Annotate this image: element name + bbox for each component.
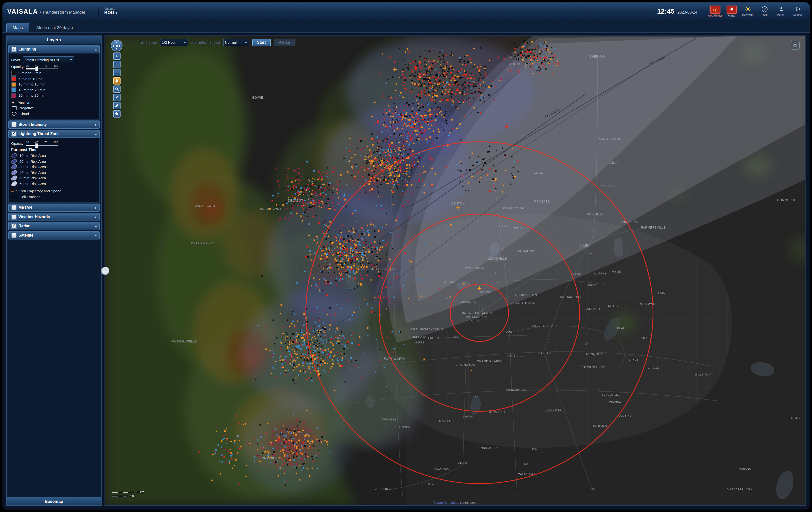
legend-swatch (11, 93, 16, 98)
pause-button[interactable]: Pause (274, 39, 295, 46)
storm-intensity-checkbox[interactable] (11, 122, 17, 127)
svg-text:SOUTHLAKE: SOUTHLAKE (439, 280, 456, 283)
legend-swatch (11, 82, 16, 87)
magnifier-plus-icon (114, 112, 119, 116)
extent-icon (114, 63, 119, 66)
svg-text:BURLESON: BURLESON (395, 426, 410, 429)
threat-zone-section-header[interactable]: ✓ Lightning Threat Zone ▴ (8, 130, 100, 138)
lightning-section-header[interactable]: ✓ Lightning ▴ (8, 45, 100, 54)
sidebar-collapse-handle[interactable]: ‹ (101, 267, 109, 275)
svg-text:WILLS POINT: WILLS POINT (695, 373, 713, 376)
weather-hazards-checkbox[interactable] (11, 214, 17, 219)
zoom-in-button[interactable]: + (113, 53, 120, 60)
sidebar-spacer (7, 239, 101, 497)
svg-text:MELISSA: MELISSA (601, 184, 615, 187)
svg-text:GRAPEVINE: GRAPEVINE (460, 300, 476, 303)
svg-text:CARROLLTON: CARROLLTON (515, 293, 537, 297)
risk-blob-icon (11, 158, 17, 164)
risk-area-legend: 10min Risk Area 20min Risk Area 30min Ri… (11, 153, 97, 186)
attribution-link[interactable]: © OpenStreetMap (434, 501, 459, 504)
svg-text:NORTH RICHLAND HILLS: NORTH RICHLAND HILLS (410, 328, 443, 331)
pan-control[interactable]: ▲ ▼ ◀ ▶ (111, 40, 122, 52)
web-relays-button[interactable]: Web Relays (708, 6, 722, 17)
svg-text:I-20: I-20 (473, 396, 478, 399)
svg-text:MINERAL WELLS: MINERAL WELLS (171, 340, 197, 343)
scale-bar-mi (112, 495, 128, 497)
storm-intensity-section-header[interactable]: Storm Intensity ▸ (8, 120, 100, 129)
metar-section-header[interactable]: METAR ▸ (8, 204, 100, 212)
pan-right-icon: ▶ (119, 44, 121, 47)
threat-zone-checkbox[interactable]: ✓ (11, 131, 17, 137)
lightning-checkbox[interactable]: ✓ (11, 47, 17, 52)
full-extent-button[interactable] (113, 61, 120, 68)
time-span-select[interactable]: 1/2 Hour▼ (160, 39, 188, 46)
chevron-down-icon: ▼ (115, 11, 118, 14)
site-selector[interactable]: Vaisala BOU▼ (98, 7, 118, 15)
metar-checkbox[interactable] (11, 205, 17, 210)
trajectory-line-icon (11, 190, 17, 192)
slider-handle[interactable] (35, 66, 38, 71)
pan-tool-button[interactable] (113, 77, 120, 85)
tab-alerts[interactable]: Alerts (last 30 days) (31, 23, 79, 32)
collapse-icon: ▴ (95, 48, 97, 51)
animation-speed-select[interactable]: Normal▼ (223, 39, 249, 46)
map-canvas[interactable]: WHITESBOROSHERMANVAN ALSTYNEANNACELINAME… (105, 36, 805, 505)
zoom-box-button[interactable] (113, 86, 120, 93)
forecast-time-title: Forecast Time (11, 148, 97, 152)
svg-text:JACKSBORO: JACKSBORO (195, 204, 215, 208)
weather-hazards-section-header[interactable]: Weather Hazards ▸ (8, 213, 100, 221)
satellite-section-header[interactable]: Satellite ▸ (8, 231, 100, 239)
map-settings-button[interactable] (791, 41, 800, 50)
ruler-icon (114, 103, 119, 108)
svg-text:I-45: I-45 (590, 488, 595, 491)
svg-text:FRISCO: FRISCO (510, 227, 522, 230)
svg-text:GRAND PRAIRIE: GRAND PRAIRIE (477, 360, 502, 363)
lightning-opacity-slider[interactable]: 104070100 (26, 64, 58, 69)
svg-text:PROSPER: PROSPER (534, 200, 550, 203)
sun-icon (744, 6, 753, 12)
start-button[interactable]: Start (252, 39, 270, 46)
svg-text:CRANDALL: CRANDALL (609, 401, 624, 404)
svg-text:POETRY: POETRY (640, 337, 651, 339)
svg-text:GUN BARREL CITY: GUN BARREL CITY (727, 488, 752, 491)
satellite-checkbox[interactable] (11, 233, 17, 238)
expand-icon: ▸ (95, 215, 97, 219)
admin-button[interactable]: Admin (774, 6, 788, 16)
pan-center-dot (115, 44, 118, 47)
tab-maps[interactable]: Maps (6, 23, 29, 32)
lightning-layer-select[interactable]: Latest Lightning NLDN▼ (23, 56, 75, 63)
risk-blob-icon (11, 170, 17, 176)
help-button[interactable]: ? Help (758, 6, 772, 16)
svg-text:MESQUITE: MESQUITE (586, 353, 603, 356)
alerts-button[interactable]: Alerts (725, 6, 738, 17)
legend-swatch (11, 71, 16, 76)
svg-text:LITTLE ELM: LITTLE ELM (492, 225, 508, 228)
layers-panel: Layers ✓ Lightning ▴ Layer Latest Lightn… (6, 35, 102, 506)
magnifier-icon (114, 87, 119, 91)
radar-section-header[interactable]: ✓ Radar ▸ (8, 222, 100, 230)
zoom-region-button[interactable] (113, 110, 120, 118)
svg-text:BALCH SPRINGS: BALCH SPRINGS (582, 366, 605, 369)
svg-text:CROWLEY: CROWLEY (382, 418, 397, 421)
slider-handle[interactable] (35, 143, 38, 148)
draw-tool-button[interactable] (113, 94, 120, 101)
radar-checkbox[interactable]: ✓ (11, 223, 17, 229)
svg-text:EULESS: EULESS (428, 337, 439, 339)
svg-text:PRINCETON: PRINCETON (620, 220, 639, 224)
help-icon: ? (760, 6, 769, 12)
zoom-out-button[interactable]: − (113, 69, 120, 76)
measure-tool-button[interactable] (113, 102, 120, 109)
svg-text:ALLEN: ALLEN (579, 244, 590, 247)
day-night-button[interactable]: Day/Night (741, 6, 755, 16)
square-icon (12, 107, 17, 110)
svg-text:FORT WORTH: FORT WORTH (384, 357, 406, 360)
svg-text:MIDLOTHIAN: MIDLOTHIAN (481, 446, 498, 449)
threat-zone-opacity-slider[interactable]: 104070100 (26, 141, 58, 146)
opacity-label: Opacity (11, 141, 24, 146)
opacity-label: Opacity (11, 65, 24, 69)
risk-blob-icon (11, 175, 17, 181)
logout-button[interactable]: Logout (791, 6, 805, 16)
basemap-button[interactable]: Basemap (7, 497, 101, 505)
svg-text:BEDFORD: BEDFORD (412, 335, 426, 338)
svg-text:75: 75 (589, 253, 592, 256)
